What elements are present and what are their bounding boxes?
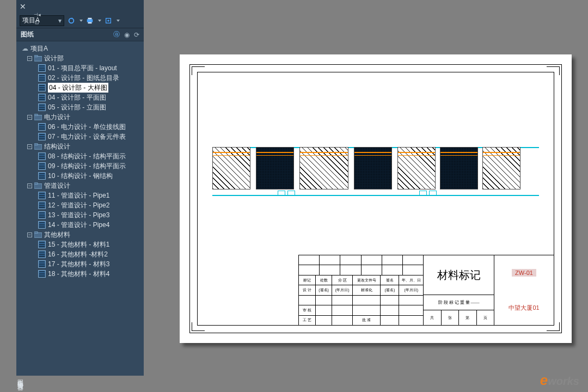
tree-sheet[interactable]: 01 - 项目总平面 - layout [20, 63, 143, 73]
tb-cell [332, 316, 353, 325]
publish-icon[interactable] [103, 16, 113, 26]
svg-rect-10 [34, 144, 38, 145]
tb-cell: 工 艺 [299, 316, 316, 325]
svg-rect-8 [34, 114, 38, 116]
tree-group[interactable]: −管道设计 [20, 181, 143, 191]
tree-sheet[interactable]: 06 - 电力设计 - 单位接线图 [20, 122, 143, 132]
tb-cell: 分 区 [332, 275, 353, 285]
watermark: eworks [540, 372, 579, 389]
refresh-sync-icon[interactable] [66, 16, 76, 26]
svg-rect-1 [87, 19, 93, 22]
close-icon[interactable]: ✕ [20, 2, 26, 11]
panel-titlebar[interactable]: ✕ [16, 0, 144, 13]
tb-cell [381, 296, 399, 305]
tree-sheet[interactable]: 15 - 其他材料 - 材料1 [20, 240, 143, 249]
tree-sheet[interactable]: 09 - 结构设计 - 结构平面示 [20, 161, 143, 171]
project-name: 中望大厦01 [509, 304, 539, 312]
svg-rect-2 [88, 17, 92, 19]
tb-cell [353, 305, 381, 315]
tb-cell: (年月日) [399, 285, 423, 295]
collapse-all-icon[interactable]: ⓐ [113, 30, 120, 39]
drawing-title: 材料标记 [424, 255, 494, 295]
tb-cell [332, 296, 353, 305]
tb-cell [332, 305, 353, 315]
visibility-icon[interactable]: ◉ [124, 31, 130, 39]
tb-cell [353, 296, 381, 305]
tb-cell [299, 296, 316, 305]
tree-root[interactable]: ☁项目A [20, 44, 143, 53]
svg-rect-3 [88, 22, 92, 23]
tree-group[interactable]: −设计部 [20, 53, 143, 63]
tb-cell [316, 296, 333, 305]
tree-group[interactable]: −电力设计 [20, 112, 143, 122]
section-header: 图纸 ⓐ ◉ ⟳ [16, 28, 144, 41]
tb-cell: 年、月、日 [399, 275, 423, 285]
tb-cell: 处数 [316, 275, 333, 285]
tb-cell: 审 核 [299, 305, 316, 315]
tb-cell: (签名) [316, 285, 333, 295]
panel-edge-tabs: ⊣◂ ⊡ [33, 12, 41, 25]
title-block: 标记处数分 区更改文件号签名年、月、日 设 计(签名)(年月日)标准化(签名)(… [298, 255, 554, 326]
tb-cell: 设 计 [299, 285, 316, 295]
elevation-drawing [212, 147, 539, 196]
tree-group[interactable]: −其他材料 [20, 230, 143, 240]
tree-sheet[interactable]: 10 - 结构设计 - 钢结构 [20, 171, 143, 181]
tree-sheet[interactable]: 08 - 结构设计 - 结构平面示 [20, 151, 143, 161]
tree-sheet[interactable]: 12 - 管道设计 - Pipe2 [20, 200, 143, 210]
panel-vertical-label[interactable]: 图纸集管理器 [16, 375, 24, 381]
tree-sheet[interactable]: 18 - 其他材料 - 材料4 [20, 269, 143, 279]
tb-cell: 标记 [299, 275, 316, 285]
tree-sheet[interactable]: 11 - 管道设计 - Pipe1 [20, 191, 143, 200]
tb-cell: (签名) [381, 285, 399, 295]
tree-sheet[interactable]: 16 - 其他材料 -材料2 [20, 249, 143, 259]
project-dropdown[interactable]: 项目A ▾ [20, 15, 64, 26]
tb-cell: 标准化 [353, 285, 381, 295]
tree-sheet[interactable]: 17 - 其他材料 - 材料3 [20, 259, 143, 269]
tree-sheet[interactable]: 02 - 设计部 - 图纸总目录 [20, 73, 143, 83]
tree-sheet[interactable]: 05 - 设计部 - 立面图 [20, 102, 143, 112]
sheet-tree[interactable]: ☁项目A−设计部01 - 项目总平面 - layout02 - 设计部 - 图纸… [16, 41, 144, 281]
svg-rect-14 [34, 232, 38, 234]
pin-icon[interactable]: ⊣◂ [34, 12, 41, 17]
tb-cell [399, 296, 423, 305]
tb-cell: 批 准 [353, 316, 381, 325]
tb-cell [381, 305, 399, 315]
section-title: 图纸 [21, 30, 34, 39]
title-block-revisions: 标记处数分 区更改文件号签名年、月、日 设 计(签名)(年月日)标准化(签名)(… [298, 255, 424, 326]
title-block-right: ZW-01 中望大厦01 [494, 255, 554, 326]
tree-sheet[interactable]: 04 - 设计部 - 大样图 [20, 83, 143, 93]
tree-group[interactable]: −结构设计 [20, 142, 143, 151]
menu-icon[interactable]: ⊡ [35, 20, 39, 25]
tb-cell: 更改文件号 [353, 275, 381, 285]
tb-cell [399, 316, 423, 325]
tree-sheet[interactable]: 14 - 管道设计 - Pipe4 [20, 220, 143, 230]
tb-cell: (年月日) [332, 285, 353, 295]
drawing-canvas[interactable]: 标记处数分 区更改文件号签名年、月、日 设 计(签名)(年月日)标准化(签名)(… [180, 54, 572, 343]
stage-mark-label: 阶 段 标 记 重 量 —— [424, 295, 494, 310]
tree-sheet[interactable]: 07 - 电力设计 - 设备元件表 [20, 132, 143, 142]
tree-sheet[interactable]: 04 - 设计部 - 平面图 [20, 93, 143, 102]
tb-cell [316, 316, 333, 325]
tree-sheet[interactable]: 13 - 管道设计 - Pipe3 [20, 210, 143, 220]
title-block-center: 材料标记 阶 段 标 记 重 量 —— 共张第页 [424, 255, 494, 326]
print-icon[interactable] [85, 16, 95, 26]
tb-cell [316, 305, 333, 315]
refresh-icon[interactable]: ⟳ [134, 31, 139, 39]
sheet-set-panel: ✕ ⊣◂ ⊡ 项目A ▾ 图纸 ⓐ ◉ ⟳ ☁项目A−设计部01 - 项目总平面… [16, 0, 144, 376]
tb-cell [399, 305, 423, 315]
tb-cell: 签名 [381, 275, 399, 285]
svg-rect-6 [34, 56, 38, 57]
svg-rect-12 [34, 183, 38, 185]
svg-point-0 [69, 18, 74, 23]
drawing-code: ZW-01 [512, 269, 536, 277]
tb-cell [381, 316, 399, 325]
